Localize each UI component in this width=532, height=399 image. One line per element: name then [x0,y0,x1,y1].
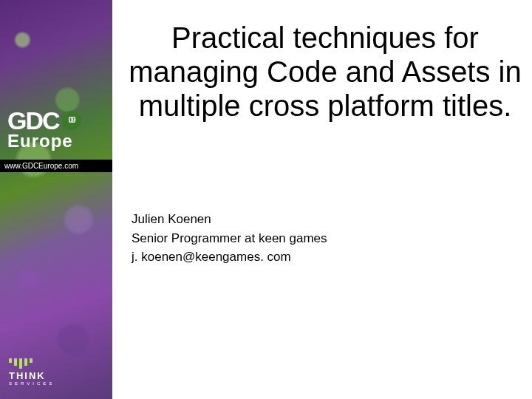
slide-title: Practical techniques for managing Code a… [126,21,525,123]
logo-gdc-text: GDC [7,109,59,132]
gdc-europe-logo: GDC 09 Europe [7,109,105,151]
author-name: Julien Koenen [132,210,525,229]
logo-year-badge: 09 [62,111,81,130]
slide-content: Practical techniques for managing Code a… [112,0,532,399]
author-email: j. koenen@keengames. com [132,248,525,267]
author-block: Julien Koenen Senior Programmer at keen … [132,210,525,267]
sidebar-banner: GDC 09 Europe www.GDCEurope.com THINK SE… [0,0,112,399]
logo-bars-icon [9,358,55,369]
think-services-logo: THINK SERVICES [9,358,55,386]
url-bar: www.GDCEurope.com [0,160,112,172]
services-text: SERVICES [9,381,55,386]
slide: GDC 09 Europe www.GDCEurope.com THINK SE… [0,0,532,399]
think-text: THINK [9,370,55,381]
logo-europe-text: Europe [7,131,105,151]
author-role: Senior Programmer at keen games [132,229,525,248]
